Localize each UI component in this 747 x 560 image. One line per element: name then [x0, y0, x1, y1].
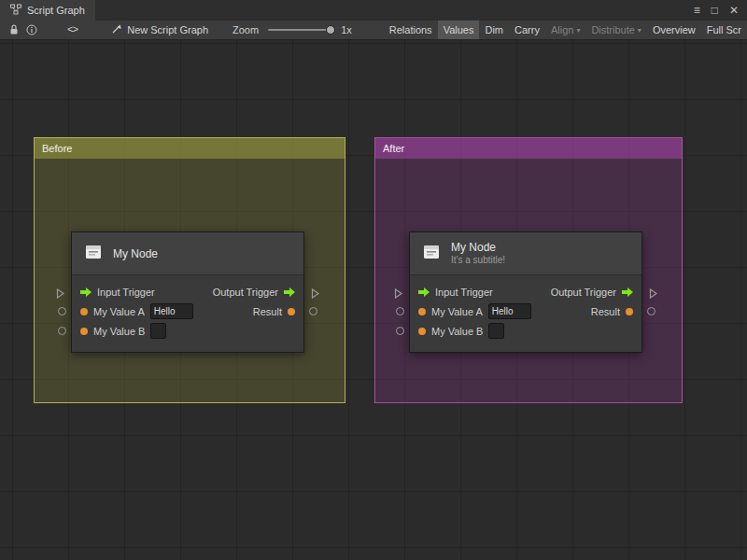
- distribute-button[interactable]: Distribute: [585, 21, 646, 39]
- value-a-port[interactable]: My Value A: [80, 303, 193, 319]
- value-port-icon: [418, 308, 426, 315]
- zoom-slider-handle[interactable]: [326, 25, 335, 35]
- values-button[interactable]: Values: [438, 21, 480, 39]
- node-header[interactable]: My Node It's a subtitle!: [410, 232, 641, 275]
- graph-pointer-icon: [111, 23, 122, 36]
- external-trigger-port-marker[interactable]: [394, 286, 402, 302]
- port-row-value-a: My Value A Result: [72, 301, 303, 321]
- tab-title: Script Graph: [27, 5, 85, 16]
- trigger-arrow-icon: [418, 287, 430, 297]
- info-icon[interactable]: [22, 21, 41, 39]
- value-port-icon: [626, 308, 633, 315]
- group-before[interactable]: Before My Node: [34, 137, 345, 403]
- node-body: Input Trigger Output Trigger My Value A: [410, 275, 641, 352]
- node-title: My Node: [451, 241, 505, 254]
- graph-canvas[interactable]: Before My Node: [0, 40, 747, 560]
- port-row-value-b: My Value B: [72, 321, 303, 341]
- port-row-trigger: Input Trigger Output Trigger: [410, 282, 641, 301]
- window-controls: ≡ □ ✕: [694, 0, 747, 21]
- result-port[interactable]: Result: [253, 306, 295, 317]
- result-port[interactable]: Result: [591, 306, 633, 317]
- dropdown-caret-icon: [638, 26, 641, 35]
- graph-toolbar: <> New Script Graph Zoom 1x Relations Va…: [0, 21, 747, 40]
- overview-button[interactable]: Overview: [647, 21, 701, 39]
- relations-button[interactable]: Relations: [384, 21, 438, 39]
- external-value-port-marker[interactable]: [396, 307, 404, 315]
- trigger-arrow-icon: [622, 287, 633, 297]
- dim-button[interactable]: Dim: [479, 21, 509, 39]
- value-a-field[interactable]: [488, 303, 531, 319]
- value-a-port[interactable]: My Value A: [418, 303, 531, 319]
- fullscreen-button[interactable]: Full Scr: [701, 21, 747, 39]
- toolbar-buttons: Relations Values Dim Carry Align Distrib…: [384, 21, 747, 39]
- node-header[interactable]: My Node: [72, 232, 303, 275]
- output-trigger-port[interactable]: Output Trigger: [551, 287, 633, 298]
- port-row-trigger: Input Trigger Output Trigger: [72, 282, 303, 301]
- node-icon: [421, 242, 442, 266]
- external-trigger-port-marker[interactable]: [649, 286, 657, 302]
- group-before-title[interactable]: Before: [35, 138, 345, 159]
- input-trigger-port[interactable]: Input Trigger: [80, 287, 155, 298]
- node-icon: [83, 242, 104, 266]
- value-b-field[interactable]: [488, 323, 504, 339]
- external-value-port-marker[interactable]: [58, 307, 66, 315]
- group-after-title[interactable]: After: [375, 138, 682, 159]
- zoom-value: 1x: [341, 24, 352, 35]
- align-button[interactable]: Align: [545, 21, 585, 39]
- graph-name-button[interactable]: New Script Graph: [111, 23, 208, 36]
- external-value-port-marker[interactable]: [396, 327, 404, 335]
- node-body: Input Trigger Output Trigger My Value A: [72, 275, 303, 352]
- group-after[interactable]: After My Node It's a subtitle!: [374, 137, 683, 403]
- graph-name-label: New Script Graph: [127, 24, 208, 35]
- node-title: My Node: [113, 247, 158, 260]
- zoom-slider[interactable]: [268, 21, 335, 39]
- trigger-arrow-icon: [284, 287, 295, 297]
- dropdown-caret-icon: [576, 26, 580, 35]
- external-value-port-marker[interactable]: [58, 327, 66, 335]
- port-row-value-b: My Value B: [410, 321, 641, 341]
- node-subtitle: It's a subtitle!: [451, 255, 505, 266]
- window-tab-bar: Script Graph ≡ □ ✕: [0, 0, 747, 21]
- lock-icon[interactable]: [6, 21, 22, 39]
- external-value-port-marker[interactable]: [309, 307, 317, 315]
- value-port-icon: [288, 308, 295, 315]
- value-b-port[interactable]: My Value B: [418, 323, 504, 339]
- port-row-value-a: My Value A Result: [410, 301, 641, 321]
- node-my-node-after[interactable]: My Node It's a subtitle! Input Trigger O…: [409, 231, 642, 353]
- value-b-field[interactable]: [150, 323, 166, 339]
- external-trigger-port-marker[interactable]: [311, 286, 319, 302]
- window-menu-icon[interactable]: ≡: [694, 5, 700, 16]
- tab-script-graph[interactable]: Script Graph: [0, 0, 95, 21]
- input-trigger-port[interactable]: Input Trigger: [418, 287, 493, 298]
- external-value-port-marker[interactable]: [647, 307, 655, 315]
- output-trigger-port[interactable]: Output Trigger: [213, 287, 295, 298]
- node-my-node-before[interactable]: My Node Input Trigger Output Trigger: [71, 231, 304, 353]
- trigger-arrow-icon: [80, 287, 92, 297]
- script-graph-icon: [10, 4, 21, 17]
- window-maximize-icon[interactable]: □: [712, 5, 718, 16]
- zoom-slider-track[interactable]: [268, 29, 333, 31]
- code-icon[interactable]: <>: [67, 24, 78, 35]
- zoom-label: Zoom: [233, 24, 259, 35]
- external-trigger-port-marker[interactable]: [56, 286, 64, 302]
- value-port-icon: [418, 328, 426, 335]
- value-port-icon: [80, 328, 88, 335]
- carry-button[interactable]: Carry: [509, 21, 545, 39]
- value-b-port[interactable]: My Value B: [80, 323, 166, 339]
- value-a-field[interactable]: [150, 303, 193, 319]
- window-close-icon[interactable]: ✕: [729, 5, 739, 16]
- value-port-icon: [80, 308, 88, 315]
